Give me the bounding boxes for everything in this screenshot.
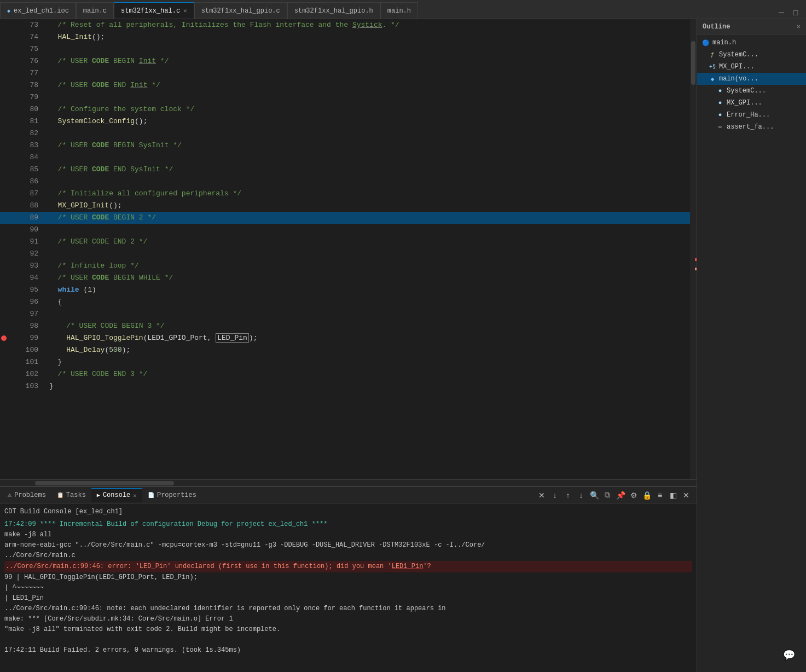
line-content[interactable]: /* USER CODE BEGIN 3 */	[47, 320, 690, 332]
line-content[interactable]: {	[47, 296, 690, 308]
line-content[interactable]: while (1)	[47, 284, 690, 296]
line-number: 90	[0, 224, 47, 236]
bottom-panel: ⚠ Problems 📋 Tasks ▶ Console ✕	[0, 486, 697, 672]
outline-item-error-handler[interactable]: ● Error_Ha...	[697, 109, 806, 121]
outline-item-main-func[interactable]: ◆ main(vo...	[697, 73, 806, 85]
line-content[interactable]: HAL_Init();	[47, 31, 690, 43]
tab-main-c[interactable]: main.c	[76, 2, 114, 19]
horizontal-scrollbar[interactable]	[0, 479, 697, 486]
line-content[interactable]: /* Infinite loop */	[47, 260, 690, 272]
scroll-lock-button[interactable]: 🔒	[641, 489, 653, 501]
tab-close-icon[interactable]: ✕	[183, 7, 187, 14]
tab-problems[interactable]: ⚠ Problems	[2, 488, 51, 502]
console-content[interactable]: CDT Build Console [ex_led_ch1] 17:42:09 …	[0, 503, 697, 672]
line-content[interactable]: /* USER CODE BEGIN WHILE */	[47, 272, 690, 284]
table-row: 93 /* Infinite loop */	[0, 260, 690, 272]
outline-item-assert-failed[interactable]: ✂ assert_fa...	[697, 121, 806, 133]
tab-tasks[interactable]: 📋 Tasks	[51, 488, 91, 502]
properties-icon: 📄	[148, 492, 154, 499]
table-row: 91 /* USER CODE END 2 */	[0, 236, 690, 248]
editor-area: 73 /* Reset of all peripherals, Initiali…	[0, 19, 697, 672]
line-content[interactable]: SystemClock_Config();	[47, 115, 690, 128]
code-scroll[interactable]: 73 /* Reset of all peripherals, Initiali…	[0, 19, 690, 479]
line-number: 73	[0, 19, 47, 31]
up-button[interactable]: ↑	[562, 489, 574, 501]
outline-item-label: SystemC...	[719, 51, 758, 59]
line-content[interactable]	[47, 308, 690, 320]
line-content[interactable]: /* USER CODE END Init */	[47, 79, 690, 91]
down-button[interactable]: ↓	[575, 489, 587, 501]
clear-button[interactable]: ↓	[549, 489, 561, 501]
tab-stm32f1xx-hal-gpio-c[interactable]: stm32f1xx_hal_gpio.c	[194, 2, 287, 19]
line-content[interactable]: /* USER CODE BEGIN SysInit */	[47, 140, 690, 152]
stop-button[interactable]: ✕	[536, 489, 548, 501]
table-row: 73 /* Reset of all peripherals, Initiali…	[0, 19, 690, 31]
show-console-button[interactable]: ◧	[667, 489, 679, 501]
line-content[interactable]: /* USER CODE END 3 */	[47, 368, 690, 380]
copy-button[interactable]: ⧉	[601, 489, 613, 501]
tab-main-h[interactable]: main.h	[380, 2, 418, 19]
outline-item-label: SystemC...	[727, 87, 766, 95]
line-content[interactable]	[47, 248, 690, 260]
line-content[interactable]: }	[47, 356, 690, 368]
vertical-scrollbar[interactable]	[690, 19, 697, 479]
outline-item-label: MX_GPI...	[727, 99, 762, 107]
table-row: 76 /* USER CODE BEGIN Init */	[0, 55, 690, 67]
outline-close-icon[interactable]: ✕	[797, 22, 801, 31]
table-row: 101 }	[0, 356, 690, 368]
line-content[interactable]	[47, 91, 690, 103]
minimize-button[interactable]: ─	[775, 7, 787, 19]
tab-console[interactable]: ▶ Console ✕	[91, 488, 142, 502]
line-content[interactable]: /* Configure the system clock */	[47, 103, 690, 115]
console-line: make -j8 all	[4, 530, 692, 540]
line-content[interactable]: /* Reset of all peripherals, Initializes…	[47, 19, 690, 31]
line-content[interactable]	[47, 67, 690, 79]
outline-item-mx-gpio-nested[interactable]: ● MX_GPI...	[697, 97, 806, 109]
console-line: 17:42:09 **** Incremental Build of confi…	[4, 519, 692, 530]
line-content[interactable]	[47, 128, 690, 140]
outline-tree: 🔵 main.h ƒ SystemC... +§ MX_GPI... ◆ mai…	[697, 34, 806, 672]
console-line: | LED1_Pin	[4, 593, 692, 604]
tab-ex-led-ch1-ioc[interactable]: ◆ ex_led_ch1.ioc	[0, 2, 76, 19]
line-number: 77	[0, 67, 47, 79]
line-content[interactable]: /* USER CODE END SysInit */	[47, 164, 690, 176]
line-content[interactable]: }	[47, 380, 690, 392]
var-icon: +§	[708, 62, 717, 71]
line-content[interactable]: /* Initialize all configured peripherals…	[47, 188, 690, 200]
console-line: 99 | HAL_GPIO_TogglePin(LED1_GPIO_Port, …	[4, 572, 692, 583]
tab-label: stm32f1xx_hal_gpio.c	[201, 7, 280, 15]
search-button[interactable]: 🔍	[588, 489, 600, 501]
tab-label: main.h	[387, 7, 411, 15]
outline-item-systemc[interactable]: ƒ SystemC...	[697, 49, 806, 61]
line-content[interactable]: /* USER CODE BEGIN Init */	[47, 55, 690, 67]
outline-item-main-h[interactable]: 🔵 main.h	[697, 37, 806, 49]
line-content[interactable]: HAL_GPIO_TogglePin(LED1_GPIO_Port, LED_P…	[47, 332, 690, 344]
tab-stm32f1xx-hal-gpio-h[interactable]: stm32f1xx_hal_gpio.h	[287, 2, 380, 19]
tab-close-icon[interactable]: ✕	[133, 492, 137, 499]
line-content[interactable]: /* USER CODE BEGIN 2 */	[47, 212, 690, 224]
outline-item-systemc-nested[interactable]: ● SystemC...	[697, 85, 806, 97]
pin-button[interactable]: 📌	[614, 489, 627, 501]
table-row: 98 /* USER CODE BEGIN 3 */	[0, 320, 690, 332]
table-row: 92	[0, 248, 690, 260]
line-content[interactable]: /* USER CODE END 2 */	[47, 236, 690, 248]
line-content[interactable]	[47, 43, 690, 55]
line-content[interactable]	[47, 224, 690, 236]
line-number: 97	[0, 308, 47, 320]
tab-label: stm32f1xx_hal_gpio.h	[294, 7, 373, 15]
line-content[interactable]: MX_GPIO_Init();	[47, 200, 690, 212]
line-content[interactable]	[47, 176, 690, 188]
console-line: | ^~~~~~~~	[4, 583, 692, 593]
tab-stm32f1xx-hal-c[interactable]: stm32f1xx_hal.c ✕	[114, 2, 194, 19]
outline-item-mx-gpio[interactable]: +§ MX_GPI...	[697, 61, 806, 73]
line-content[interactable]	[47, 152, 690, 164]
tab-properties[interactable]: 📄 Properties	[142, 488, 202, 502]
line-content[interactable]: HAL_Delay(500);	[47, 344, 690, 356]
console-line: ../Core/Src/main.c	[4, 551, 692, 561]
line-number: 75	[0, 43, 47, 55]
line-number: 74	[0, 31, 47, 43]
hide-button[interactable]: ✕	[680, 489, 692, 501]
word-wrap-button[interactable]: ≡	[654, 489, 666, 501]
settings-button[interactable]: ⚙	[628, 489, 640, 501]
maximize-button[interactable]: □	[790, 7, 802, 19]
